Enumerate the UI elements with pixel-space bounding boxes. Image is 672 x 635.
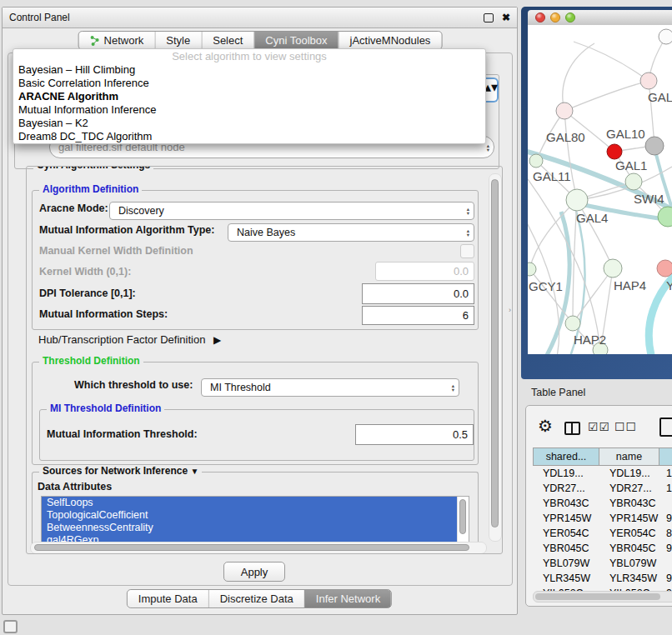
table-cell: YBR043C: [533, 498, 599, 509]
table-row[interactable]: YPR145WYPR145W9.: [533, 511, 672, 526]
table-row[interactable]: YBR045CYBR045C9.: [533, 541, 672, 556]
data-attributes-label: Data Attributes: [38, 481, 112, 492]
attribute-item-topologicalcoefficient[interactable]: TopologicalCoefficient: [42, 509, 458, 522]
tab-network[interactable]: Network: [79, 32, 155, 49]
table-cell: 13: [659, 468, 672, 479]
table-cell: YBR045C: [599, 542, 659, 554]
sources-group: Sources for Network Inference ▼ Data Att…: [32, 472, 479, 552]
minimize-traffic-light[interactable]: [550, 12, 560, 22]
tab-select[interactable]: Select: [201, 32, 253, 49]
network-window-titlebar[interactable]: [528, 10, 672, 26]
network-canvas[interactable]: GAL7GAL80GAL10GAL1GAL11SWI4GAL4GCY1HAP4Y…: [528, 25, 672, 354]
table-cell: 9.: [659, 572, 672, 584]
table-row[interactable]: YDL19...YDL19...13: [533, 466, 672, 481]
new-table-icon[interactable]: [659, 418, 672, 437]
network-node[interactable]: [565, 316, 580, 331]
panel-splitter-handle[interactable]: ›: [509, 306, 511, 314]
network-node[interactable]: [657, 260, 672, 277]
dropdown-item-basic-correlation-inference[interactable]: Basic Correlation Inference: [13, 77, 485, 90]
table-cell: 9.: [659, 512, 672, 524]
kernel-width-field[interactable]: 0.0: [375, 262, 474, 281]
mi-steps-label: Mutual Information Steps:: [39, 308, 168, 320]
dropdown-item-aracne-algorithm[interactable]: ARACNE Algorithm: [13, 90, 485, 103]
aracne-mode-combo[interactable]: Discovery ▴▾: [109, 202, 474, 220]
dpi-tolerance-field[interactable]: 0.0: [362, 283, 474, 304]
mi-threshold-group: MI Threshold Definition Mutual Informati…: [39, 409, 474, 461]
dropdown-item-bayesian-k2[interactable]: Bayesian – K2: [13, 117, 485, 130]
table-row[interactable]: YBR043CYBR043C: [533, 496, 672, 511]
column-header-a[interactable]: A: [659, 448, 672, 466]
dropdown-item-mutual-information-inference[interactable]: Mutual Information Inference: [13, 103, 485, 117]
network-node[interactable]: [556, 102, 573, 119]
settings-group-title: Cyni Algorithm Settings: [33, 166, 153, 171]
network-node[interactable]: [625, 173, 642, 190]
network-node[interactable]: [528, 262, 536, 276]
table-row[interactable]: YBL079WYBL079W: [533, 556, 672, 571]
sources-group-title[interactable]: Sources for Network Inference ▼: [39, 465, 202, 477]
network-node[interactable]: [659, 29, 672, 44]
network-edge[interactable]: [564, 81, 649, 111]
network-view-window[interactable]: GAL7GAL80GAL10GAL1GAL11SWI4GAL4GCY1HAP4Y…: [521, 7, 672, 379]
table-cell: YDL19...: [533, 468, 599, 479]
table-row[interactable]: YDR27...YDR27...12: [533, 481, 672, 496]
mi-threshold-group-title: MI Threshold Definition: [47, 402, 164, 414]
node-label-gal7: GAL7: [648, 90, 672, 104]
table-row[interactable]: YLR345WYLR345W9.: [533, 571, 672, 586]
settings-vertical-scrollbar[interactable]: [489, 173, 502, 542]
tab-jactivemnodules[interactable]: jActiveMNodules: [339, 32, 442, 49]
network-node[interactable]: [645, 137, 664, 155]
table-cell: YPR145W: [599, 512, 659, 524]
network-node[interactable]: [607, 144, 622, 159]
attribute-item-betweennesscentrality[interactable]: BetweennessCentrality: [42, 522, 458, 534]
tab-discretize-data[interactable]: Discretize Data: [208, 590, 304, 608]
tab-cyni-toolbox[interactable]: Cyni Toolbox: [253, 32, 338, 49]
dock-panel-icon[interactable]: [3, 620, 18, 633]
network-edge[interactable]: [574, 42, 649, 81]
table-body: YDL19...YDL19...13YDR27...YDR27...12YBR0…: [533, 466, 672, 601]
column-header-shared[interactable]: shared...: [533, 448, 599, 466]
dropdown-item-dream8-dc-tdc-algorithm[interactable]: Dream8 DC_TDC Algorithm: [13, 130, 485, 143]
settings-horizontal-scrollbar[interactable]: [30, 542, 487, 554]
attribute-item-selfloops[interactable]: SelfLoops: [42, 497, 458, 509]
threshold-definition-title: Threshold Definition: [39, 355, 143, 367]
tab-style[interactable]: Style: [154, 32, 201, 49]
table-cell: YBR045C: [533, 542, 599, 554]
close-traffic-light[interactable]: [535, 12, 545, 22]
manual-kernel-checkbox[interactable]: [460, 244, 474, 258]
float-window-icon[interactable]: [484, 13, 494, 22]
tab-infer-network[interactable]: Infer Network: [304, 590, 391, 608]
threshold-definition-group: Threshold Definition Which threshold to …: [32, 362, 479, 465]
network-edge[interactable]: [573, 268, 613, 323]
apply-button[interactable]: Apply: [223, 562, 285, 582]
settings-gear-icon[interactable]: ⚙: [538, 418, 553, 434]
which-threshold-label: Which threshold to use:: [74, 379, 193, 391]
mi-type-combo[interactable]: Naive Bayes ▴▾: [228, 223, 474, 242]
table-row[interactable]: YER054CYER054C8.: [533, 526, 672, 541]
network-graph: GAL7GAL80GAL10GAL1GAL11SWI4GAL4GCY1HAP4Y…: [528, 25, 672, 354]
dropdown-item-bayesian-hill-climbing[interactable]: Bayesian – Hill Climbing: [13, 63, 485, 77]
zoom-traffic-light[interactable]: [565, 12, 575, 22]
close-icon[interactable]: ✖: [502, 12, 510, 22]
algorithm-definition-group: Algorithm Definition Aracne Mode: Discov…: [32, 190, 479, 330]
table-cell: YPR145W: [533, 512, 599, 524]
network-node[interactable]: [604, 259, 622, 278]
mi-steps-field[interactable]: 6: [362, 306, 474, 325]
network-node[interactable]: [566, 189, 588, 211]
which-threshold-combo[interactable]: MI Threshold ▴▾: [201, 378, 459, 397]
hub-definition-toggle[interactable]: Hub/Transcription Factor Definition ▶: [38, 333, 221, 346]
select-all-columns-icon[interactable]: ☑☑: [588, 420, 610, 433]
table-cell: YLR345W: [533, 572, 599, 584]
unselect-all-columns-icon[interactable]: ☐☐: [614, 420, 637, 433]
column-header-name[interactable]: name: [599, 448, 659, 466]
attributes-list-scrollbar[interactable]: [457, 497, 469, 548]
network-edge[interactable]: [564, 111, 577, 200]
split-columns-icon[interactable]: [564, 422, 580, 435]
desktop: { "control_panel": { "title": "Control P…: [0, 0, 672, 635]
network-node[interactable]: [658, 207, 672, 227]
algorithm-combo-fragment[interactable]: ▴▾: [484, 78, 499, 102]
tab-impute-data[interactable]: Impute Data: [128, 590, 208, 608]
table-horizontal-scrollbar[interactable]: [533, 591, 672, 602]
network-node[interactable]: [640, 72, 657, 89]
mi-threshold-field[interactable]: 0.5: [355, 424, 474, 445]
network-node[interactable]: [529, 154, 543, 168]
